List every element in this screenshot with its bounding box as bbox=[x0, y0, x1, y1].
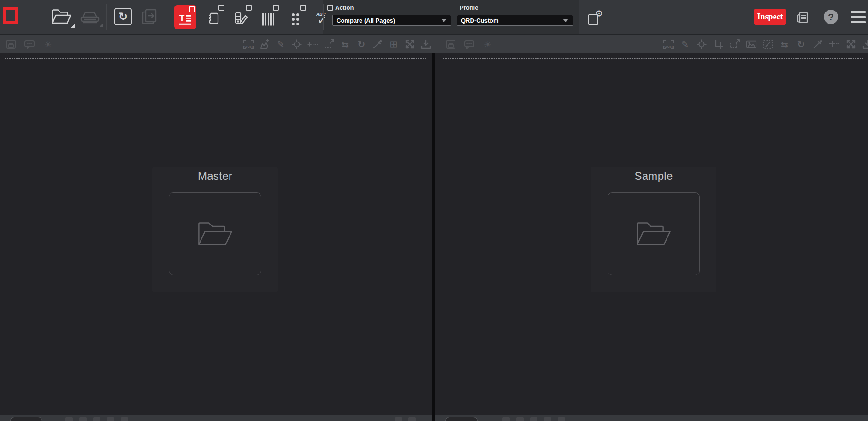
flip-button[interactable]: ⇆ bbox=[779, 38, 790, 51]
master-view-tool-icon[interactable] bbox=[93, 417, 100, 421]
comment-button[interactable] bbox=[464, 38, 475, 51]
eyedropper-button[interactable] bbox=[812, 38, 823, 51]
inspect-button[interactable]: Inspect bbox=[754, 9, 786, 25]
action-label: Action bbox=[335, 4, 354, 11]
profile-settings-button[interactable]: ⚙ bbox=[588, 11, 602, 25]
registration-button[interactable] bbox=[696, 38, 707, 51]
master-view-tool-icon[interactable] bbox=[65, 417, 73, 421]
question-icon: ? bbox=[828, 12, 834, 23]
profile-label: Profile bbox=[460, 4, 478, 11]
master-page-nav-icon[interactable] bbox=[408, 417, 416, 421]
app-logo-icon bbox=[3, 7, 18, 24]
report-button[interactable] bbox=[796, 10, 809, 24]
sample-file-picker[interactable] bbox=[608, 192, 700, 275]
image-region-button[interactable] bbox=[746, 38, 757, 51]
text-mode-checkbox[interactable] bbox=[189, 6, 195, 12]
add-region-button[interactable]: ⊞ bbox=[388, 38, 399, 51]
panel-divider bbox=[432, 53, 435, 421]
export-image-button[interactable] bbox=[420, 38, 431, 51]
convert-files-button[interactable]: ↻ bbox=[114, 8, 132, 25]
save-report-button[interactable] bbox=[6, 38, 17, 51]
help-button[interactable]: ? bbox=[824, 10, 838, 24]
flip-icon: ⇆ bbox=[342, 40, 349, 49]
secondary-toolbar: ☀ OCR ✎ bbox=[0, 34, 868, 53]
barcode-mode-checkbox[interactable] bbox=[273, 5, 279, 11]
rotate-icon: ↻ bbox=[358, 40, 366, 49]
save-report-button[interactable] bbox=[445, 38, 456, 51]
sample-view-tool-icon[interactable] bbox=[516, 417, 524, 421]
mode-barcode-inspection[interactable] bbox=[259, 4, 278, 30]
crop-button[interactable] bbox=[713, 38, 724, 51]
rotate-button[interactable]: ↻ bbox=[356, 38, 367, 51]
ocr-button[interactable]: OCR bbox=[663, 38, 674, 51]
toolbar-divider bbox=[323, 4, 324, 30]
master-page-nav-icon[interactable] bbox=[395, 417, 402, 421]
ocr-button[interactable]: OCR bbox=[243, 38, 254, 51]
brightness-button[interactable]: ☀ bbox=[42, 38, 53, 51]
inspection-modes-group: T bbox=[174, 4, 332, 30]
master-view-tool-icon[interactable] bbox=[79, 417, 87, 421]
pencil-icon: ✎ bbox=[681, 40, 689, 49]
mode-text-inspection[interactable]: T bbox=[174, 5, 196, 29]
sample-view-tool-icon[interactable] bbox=[530, 417, 537, 421]
annotate-button[interactable]: ✎ bbox=[679, 38, 691, 51]
brightness-button[interactable]: ☀ bbox=[482, 38, 493, 51]
expand-button[interactable] bbox=[404, 38, 415, 51]
mode-graphics-inspection[interactable] bbox=[204, 4, 224, 30]
scan-button[interactable] bbox=[79, 10, 100, 24]
master-view-tool-icon[interactable] bbox=[107, 417, 114, 421]
gear-icon: ⚙ bbox=[595, 9, 603, 18]
paste-region-button[interactable] bbox=[324, 38, 335, 51]
sample-zoom-field[interactable] bbox=[445, 417, 478, 421]
braille-mode-checkbox[interactable] bbox=[300, 5, 306, 11]
scanner-dropdown-arrow-icon[interactable] bbox=[100, 23, 103, 27]
hamburger-menu-button[interactable] bbox=[851, 11, 866, 23]
folder-open-icon bbox=[633, 218, 674, 250]
profile-select[interactable]: QRD-Custom bbox=[457, 15, 573, 26]
graphics-mode-checkbox[interactable] bbox=[218, 5, 224, 11]
open-file-button[interactable] bbox=[51, 8, 72, 25]
die-cut-icon bbox=[208, 12, 220, 27]
master-panel-title: Master bbox=[169, 170, 261, 183]
rotate-button[interactable]: ↻ bbox=[796, 38, 807, 51]
master-view-tool-icon[interactable] bbox=[121, 417, 128, 421]
expand-button[interactable] bbox=[845, 38, 856, 51]
copy-pages-button[interactable] bbox=[141, 8, 159, 25]
master-file-picker[interactable] bbox=[169, 192, 261, 275]
selection-region-button[interactable] bbox=[762, 38, 774, 51]
registration-button[interactable] bbox=[291, 38, 302, 51]
action-select[interactable]: Compare (All Pages) bbox=[332, 15, 451, 26]
comment-button[interactable] bbox=[24, 38, 35, 51]
sample-view-tool-icon[interactable] bbox=[544, 417, 551, 421]
folder-open-icon bbox=[195, 218, 236, 250]
mode-color-inspection[interactable] bbox=[231, 4, 251, 30]
pencil-icon: ✎ bbox=[277, 40, 285, 49]
sample-view-tool-icon[interactable] bbox=[558, 417, 565, 421]
menu-bar bbox=[851, 16, 866, 18]
folder-dropdown-arrow-icon[interactable] bbox=[71, 24, 75, 28]
spelling-mode-checkbox[interactable] bbox=[327, 5, 333, 11]
plus-box-icon: ⊞ bbox=[390, 40, 398, 49]
scanner-icon bbox=[79, 10, 100, 24]
master-zoom-field[interactable] bbox=[10, 417, 42, 421]
lasso-add-button[interactable] bbox=[259, 38, 270, 51]
pages-arrow-icon bbox=[141, 8, 159, 25]
paste-region-button[interactable] bbox=[729, 38, 740, 51]
flip-button[interactable]: ⇆ bbox=[340, 38, 351, 51]
chevron-down-icon bbox=[441, 19, 447, 22]
annotate-button[interactable]: ✎ bbox=[275, 38, 286, 51]
color-mode-checkbox[interactable] bbox=[246, 5, 252, 11]
add-crosshair-button[interactable] bbox=[829, 38, 840, 51]
export-image-button[interactable] bbox=[862, 38, 868, 51]
sample-view-tool-icon[interactable] bbox=[502, 417, 510, 421]
master-panel-tools-left: ☀ bbox=[6, 38, 53, 51]
report-document-icon bbox=[796, 10, 809, 24]
eyedropper-button[interactable] bbox=[372, 38, 383, 51]
color-swatch-pencil-icon bbox=[234, 12, 248, 27]
main-toolbar: ↻ T bbox=[0, 0, 868, 34]
rotate-icon: ↻ bbox=[797, 40, 805, 49]
measure-button[interactable] bbox=[307, 38, 319, 51]
braille-icon bbox=[292, 13, 299, 25]
mode-braille-inspection[interactable] bbox=[286, 4, 305, 30]
action-selected-value: Compare (All Pages) bbox=[333, 17, 441, 24]
